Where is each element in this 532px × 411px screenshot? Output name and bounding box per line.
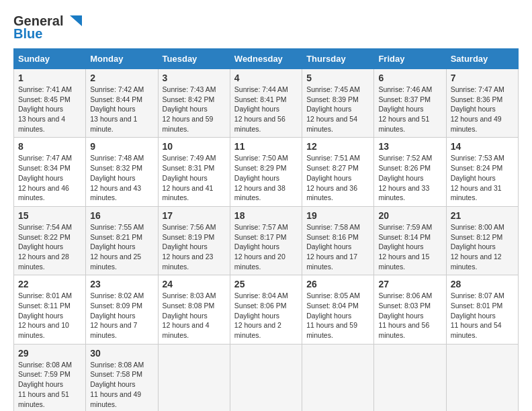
calendar-cell: 7 Sunrise: 7:47 AMSunset: 8:36 PMDayligh… — [446, 69, 518, 138]
day-info: Sunrise: 7:50 AMSunset: 8:29 PMDaylight … — [234, 154, 288, 201]
calendar-cell: 4 Sunrise: 7:44 AMSunset: 8:41 PMDayligh… — [230, 69, 302, 138]
calendar-row-3: 15 Sunrise: 7:54 AMSunset: 8:22 PMDaylig… — [14, 206, 519, 275]
day-info: Sunrise: 8:06 AMSunset: 8:03 PMDaylight … — [378, 291, 432, 339]
calendar-cell: 1 Sunrise: 7:41 AMSunset: 8:45 PMDayligh… — [14, 69, 86, 138]
calendar-cell: 25 Sunrise: 8:04 AMSunset: 8:06 PMDaylig… — [230, 275, 302, 344]
day-number: 4 — [234, 73, 298, 83]
calendar-cell: 21 Sunrise: 8:00 AMSunset: 8:12 PMDaylig… — [446, 206, 518, 275]
day-info: Sunrise: 7:57 AMSunset: 8:17 PMDaylight … — [234, 223, 288, 271]
day-info: Sunrise: 8:08 AMSunset: 7:58 PMDaylight … — [90, 361, 144, 408]
calendar-row-2: 8 Sunrise: 7:47 AMSunset: 8:34 PMDayligh… — [14, 138, 519, 206]
day-info: Sunrise: 7:49 AMSunset: 8:31 PMDaylight … — [163, 154, 216, 201]
day-info: Sunrise: 7:56 AMSunset: 8:19 PMDaylight … — [163, 223, 216, 271]
page-header: General Blue — [13, 13, 519, 42]
calendar-cell: 13 Sunrise: 7:52 AMSunset: 8:26 PMDaylig… — [374, 138, 446, 206]
calendar-cell: 3 Sunrise: 7:43 AMSunset: 8:42 PMDayligh… — [158, 69, 230, 138]
calendar-cell: 23 Sunrise: 8:02 AMSunset: 8:09 PMDaylig… — [86, 275, 158, 344]
logo: General Blue — [13, 13, 83, 42]
calendar-table: SundayMondayTuesdayWednesdayThursdayFrid… — [13, 48, 519, 411]
day-number: 27 — [378, 279, 441, 289]
day-info: Sunrise: 7:45 AMSunset: 8:39 PMDaylight … — [306, 85, 360, 133]
day-info: Sunrise: 7:48 AMSunset: 8:32 PMDaylight … — [90, 154, 144, 201]
day-info: Sunrise: 8:08 AMSunset: 7:59 PMDaylight … — [18, 361, 72, 408]
day-number: 30 — [90, 348, 153, 359]
day-number: 16 — [90, 210, 153, 221]
day-number: 18 — [234, 210, 298, 221]
day-info: Sunrise: 7:51 AMSunset: 8:27 PMDaylight … — [306, 154, 360, 201]
day-info: Sunrise: 8:04 AMSunset: 8:06 PMDaylight … — [234, 291, 288, 339]
day-number: 1 — [18, 73, 81, 83]
day-number: 23 — [90, 279, 153, 289]
calendar-cell — [230, 344, 302, 411]
calendar-cell: 15 Sunrise: 7:54 AMSunset: 8:22 PMDaylig… — [14, 206, 86, 275]
calendar-row-5: 29 Sunrise: 8:08 AMSunset: 7:59 PMDaylig… — [14, 344, 519, 411]
calendar-cell — [302, 344, 374, 411]
calendar-cell: 8 Sunrise: 7:47 AMSunset: 8:34 PMDayligh… — [14, 138, 86, 206]
day-number: 13 — [378, 141, 441, 152]
day-number: 12 — [306, 141, 369, 152]
calendar-cell: 12 Sunrise: 7:51 AMSunset: 8:27 PMDaylig… — [302, 138, 374, 206]
day-number: 19 — [306, 210, 369, 221]
day-info: Sunrise: 7:46 AMSunset: 8:37 PMDaylight … — [378, 85, 432, 133]
calendar-cell: 19 Sunrise: 7:58 AMSunset: 8:16 PMDaylig… — [302, 206, 374, 275]
calendar-cell: 2 Sunrise: 7:42 AMSunset: 8:44 PMDayligh… — [86, 69, 158, 138]
day-info: Sunrise: 8:01 AMSunset: 8:11 PMDaylight … — [18, 291, 72, 339]
day-number: 11 — [234, 141, 298, 152]
day-info: Sunrise: 8:07 AMSunset: 8:01 PMDaylight … — [451, 291, 504, 339]
day-info: Sunrise: 7:41 AMSunset: 8:45 PMDaylight … — [18, 85, 72, 133]
calendar-row-1: 1 Sunrise: 7:41 AMSunset: 8:45 PMDayligh… — [14, 69, 519, 138]
calendar-cell: 29 Sunrise: 8:08 AMSunset: 7:59 PMDaylig… — [14, 344, 86, 411]
day-info: Sunrise: 7:47 AMSunset: 8:36 PMDaylight … — [451, 85, 504, 133]
day-info: Sunrise: 7:47 AMSunset: 8:34 PMDaylight … — [18, 154, 72, 201]
day-number: 10 — [163, 141, 226, 152]
day-number: 14 — [451, 141, 514, 152]
day-number: 29 — [18, 348, 81, 359]
day-info: Sunrise: 8:05 AMSunset: 8:04 PMDaylight … — [306, 291, 360, 339]
day-info: Sunrise: 7:42 AMSunset: 8:44 PMDaylight … — [90, 85, 144, 133]
col-header-wednesday: Wednesday — [230, 49, 302, 69]
calendar-cell: 10 Sunrise: 7:49 AMSunset: 8:31 PMDaylig… — [158, 138, 230, 206]
calendar-cell: 26 Sunrise: 8:05 AMSunset: 8:04 PMDaylig… — [302, 275, 374, 344]
day-number: 9 — [90, 141, 153, 152]
calendar-cell: 20 Sunrise: 7:59 AMSunset: 8:14 PMDaylig… — [374, 206, 446, 275]
calendar-cell: 14 Sunrise: 7:53 AMSunset: 8:24 PMDaylig… — [446, 138, 518, 206]
day-info: Sunrise: 8:00 AMSunset: 8:12 PMDaylight … — [451, 223, 504, 271]
day-number: 3 — [163, 73, 226, 83]
col-header-thursday: Thursday — [302, 49, 374, 69]
day-number: 25 — [234, 279, 298, 289]
day-number: 15 — [18, 210, 81, 221]
col-header-friday: Friday — [374, 49, 446, 69]
col-header-saturday: Saturday — [446, 49, 518, 69]
day-info: Sunrise: 7:43 AMSunset: 8:42 PMDaylight … — [163, 85, 216, 133]
day-number: 24 — [163, 279, 226, 289]
day-number: 20 — [378, 210, 441, 221]
col-header-tuesday: Tuesday — [158, 49, 230, 69]
day-number: 26 — [306, 279, 369, 289]
day-info: Sunrise: 7:59 AMSunset: 8:14 PMDaylight … — [378, 223, 432, 271]
calendar-cell — [374, 344, 446, 411]
calendar-cell — [158, 344, 230, 411]
col-header-sunday: Sunday — [14, 49, 86, 69]
calendar-cell: 11 Sunrise: 7:50 AMSunset: 8:29 PMDaylig… — [230, 138, 302, 206]
calendar-cell: 18 Sunrise: 7:57 AMSunset: 8:17 PMDaylig… — [230, 206, 302, 275]
day-number: 5 — [306, 73, 369, 83]
day-info: Sunrise: 7:58 AMSunset: 8:16 PMDaylight … — [306, 223, 360, 271]
day-number: 21 — [451, 210, 514, 221]
calendar-cell: 22 Sunrise: 8:01 AMSunset: 8:11 PMDaylig… — [14, 275, 86, 344]
calendar-cell: 5 Sunrise: 7:45 AMSunset: 8:39 PMDayligh… — [302, 69, 374, 138]
day-info: Sunrise: 7:55 AMSunset: 8:21 PMDaylight … — [90, 223, 144, 271]
logo-icon — [63, 14, 83, 29]
col-header-monday: Monday — [86, 49, 158, 69]
calendar-cell: 27 Sunrise: 8:06 AMSunset: 8:03 PMDaylig… — [374, 275, 446, 344]
day-number: 17 — [163, 210, 226, 221]
day-number: 2 — [90, 73, 153, 83]
day-info: Sunrise: 7:53 AMSunset: 8:24 PMDaylight … — [451, 154, 504, 201]
calendar-cell — [446, 344, 518, 411]
day-info: Sunrise: 7:54 AMSunset: 8:22 PMDaylight … — [18, 223, 72, 271]
day-info: Sunrise: 8:02 AMSunset: 8:09 PMDaylight … — [90, 291, 144, 339]
logo-blue: Blue — [13, 26, 42, 42]
logo-container: General Blue — [13, 13, 83, 42]
day-number: 8 — [18, 141, 81, 152]
calendar-cell: 6 Sunrise: 7:46 AMSunset: 8:37 PMDayligh… — [374, 69, 446, 138]
day-info: Sunrise: 7:44 AMSunset: 8:41 PMDaylight … — [234, 85, 288, 133]
